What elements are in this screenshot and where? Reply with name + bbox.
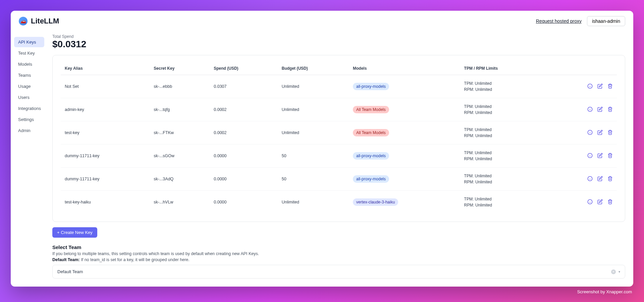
request-hosted-proxy-link[interactable]: Request hosted proxy bbox=[536, 18, 582, 24]
cell-secret: sk-...FTKw bbox=[150, 121, 210, 144]
edit-icon[interactable] bbox=[597, 176, 603, 182]
select-team-title: Select Team bbox=[52, 244, 625, 250]
total-spend-value: $0.0312 bbox=[52, 39, 625, 50]
api-keys-table-card: Key Alias Secret Key Spend (USD) Budget … bbox=[52, 55, 625, 222]
cell-limits: TPM: UnlimitedRPM: Unlimited bbox=[460, 144, 547, 168]
cell-secret: sk-...sGOw bbox=[150, 144, 210, 168]
cell-alias: dummy-11711-key bbox=[61, 168, 150, 191]
info-icon[interactable] bbox=[587, 176, 593, 182]
cell-models: all-proxy-models bbox=[349, 144, 460, 168]
select-team-section: Select Team If you belong to multiple te… bbox=[52, 244, 625, 279]
sidebar-item-settings[interactable]: Settings bbox=[14, 114, 44, 125]
table-row: test-key-haikusk-...hVLw0.0000Unlimitedv… bbox=[61, 191, 617, 214]
delete-icon[interactable] bbox=[607, 130, 613, 136]
create-new-key-button[interactable]: + Create New Key bbox=[52, 227, 97, 238]
cell-actions bbox=[547, 121, 617, 144]
default-team-desc: If no team_id is set for a key, it will … bbox=[81, 257, 190, 262]
cell-budget: 50 bbox=[278, 168, 349, 191]
cell-actions bbox=[547, 144, 617, 168]
cell-alias: test-key bbox=[61, 121, 150, 144]
cell-limits: TPM: UnlimitedRPM: Unlimited bbox=[460, 98, 547, 121]
col-secret: Secret Key bbox=[150, 63, 210, 75]
sidebar-item-models[interactable]: Models bbox=[14, 59, 44, 69]
api-keys-table: Key Alias Secret Key Spend (USD) Budget … bbox=[61, 63, 617, 214]
model-badge: all-proxy-models bbox=[353, 152, 389, 160]
header: 🚗 LiteLLM Request hosted proxy ishaan-ad… bbox=[11, 11, 633, 32]
info-icon[interactable] bbox=[587, 107, 593, 113]
cell-models: All Team Models bbox=[349, 121, 460, 144]
clear-selection-icon[interactable]: ✕ bbox=[611, 269, 616, 274]
edit-icon[interactable] bbox=[597, 130, 603, 136]
model-badge: all-proxy-models bbox=[353, 175, 389, 183]
cell-spend: 0.0000 bbox=[210, 144, 278, 168]
cell-budget: 50 bbox=[278, 144, 349, 168]
cell-spend: 0.0002 bbox=[210, 98, 278, 121]
table-row: Not Setsk-...ebbb0.0307Unlimitedall-prox… bbox=[61, 75, 617, 98]
sidebar-item-users[interactable]: Users bbox=[14, 92, 44, 103]
delete-icon[interactable] bbox=[607, 199, 613, 205]
table-row: dummy-11711-keysk-...3AdQ0.000050all-pro… bbox=[61, 168, 617, 191]
select-team-description: If you belong to multiple teams, this se… bbox=[52, 251, 625, 256]
sidebar-item-admin[interactable]: Admin bbox=[14, 125, 44, 136]
cell-spend: 0.0000 bbox=[210, 191, 278, 214]
model-badge: all-proxy-models bbox=[353, 83, 389, 90]
cell-actions bbox=[547, 168, 617, 191]
logo: 🚗 LiteLLM bbox=[19, 17, 59, 25]
cell-limits: TPM: UnlimitedRPM: Unlimited bbox=[460, 168, 547, 191]
edit-icon[interactable] bbox=[597, 107, 603, 113]
edit-icon[interactable] bbox=[597, 199, 603, 205]
cell-secret: sk-...hVLw bbox=[150, 191, 210, 214]
edit-icon[interactable] bbox=[597, 83, 603, 90]
team-select-controls: ✕ ▾ bbox=[611, 269, 620, 274]
cell-secret: sk-...ebbb bbox=[150, 75, 210, 98]
table-row: test-keysk-...FTKw0.0002UnlimitedAll Tea… bbox=[61, 121, 617, 144]
edit-icon[interactable] bbox=[597, 153, 603, 159]
chevron-down-icon[interactable]: ▾ bbox=[619, 270, 620, 274]
cell-actions bbox=[547, 191, 617, 214]
cell-limits: TPM: UnlimitedRPM: Unlimited bbox=[460, 75, 547, 98]
cell-models: All Team Models bbox=[349, 98, 460, 121]
info-icon[interactable] bbox=[587, 83, 593, 90]
col-spend: Spend (USD) bbox=[210, 63, 278, 75]
sidebar-item-api-keys[interactable]: API Keys bbox=[14, 37, 44, 47]
info-icon[interactable] bbox=[587, 153, 593, 159]
cell-alias: test-key-haiku bbox=[61, 191, 150, 214]
info-icon[interactable] bbox=[587, 199, 593, 205]
cell-budget: Unlimited bbox=[278, 98, 349, 121]
cell-models: all-proxy-models bbox=[349, 75, 460, 98]
sidebar-item-teams[interactable]: Teams bbox=[14, 70, 44, 80]
default-team-label: Default Team: bbox=[52, 257, 80, 262]
main-content: Total Spend $0.0312 Key Alias Secret Key… bbox=[44, 32, 633, 287]
cell-spend: 0.0307 bbox=[210, 75, 278, 98]
sidebar-item-integrations[interactable]: Integrations bbox=[14, 103, 44, 114]
delete-icon[interactable] bbox=[607, 176, 613, 182]
col-alias: Key Alias bbox=[61, 63, 150, 75]
team-selected-value: Default Team bbox=[57, 269, 83, 274]
cell-secret: sk-...3AdQ bbox=[150, 168, 210, 191]
total-spend-label: Total Spend bbox=[52, 34, 625, 39]
team-select-dropdown[interactable]: Default Team ✕ ▾ bbox=[52, 265, 625, 279]
delete-icon[interactable] bbox=[607, 83, 613, 90]
cell-budget: Unlimited bbox=[278, 121, 349, 144]
info-icon[interactable] bbox=[587, 130, 593, 136]
screenshot-watermark: Screenshot by Xnapper.com bbox=[11, 289, 633, 294]
cell-actions bbox=[547, 75, 617, 98]
delete-icon[interactable] bbox=[607, 107, 613, 113]
app-window: 🚗 LiteLLM Request hosted proxy ishaan-ad… bbox=[11, 11, 633, 287]
col-limits: TPM / RPM Limits bbox=[460, 63, 547, 75]
table-row: dummy-11711-keysk-...sGOw0.000050all-pro… bbox=[61, 144, 617, 168]
brand-icon: 🚗 bbox=[19, 17, 28, 25]
cell-secret: sk-...tqfg bbox=[150, 98, 210, 121]
cell-models: all-proxy-models bbox=[349, 168, 460, 191]
col-budget: Budget (USD) bbox=[278, 63, 349, 75]
col-actions bbox=[547, 63, 617, 75]
sidebar-item-usage[interactable]: Usage bbox=[14, 81, 44, 92]
user-menu-button[interactable]: ishaan-admin bbox=[587, 16, 625, 26]
cell-limits: TPM: UnlimitedRPM: Unlimited bbox=[460, 191, 547, 214]
sidebar-item-test-key[interactable]: Test Key bbox=[14, 48, 44, 58]
default-team-line: Default Team: If no team_id is set for a… bbox=[52, 257, 625, 262]
delete-icon[interactable] bbox=[607, 153, 613, 159]
cell-alias: Not Set bbox=[61, 75, 150, 98]
col-models: Models bbox=[349, 63, 460, 75]
table-row: admin-keysk-...tqfg0.0002UnlimitedAll Te… bbox=[61, 98, 617, 121]
